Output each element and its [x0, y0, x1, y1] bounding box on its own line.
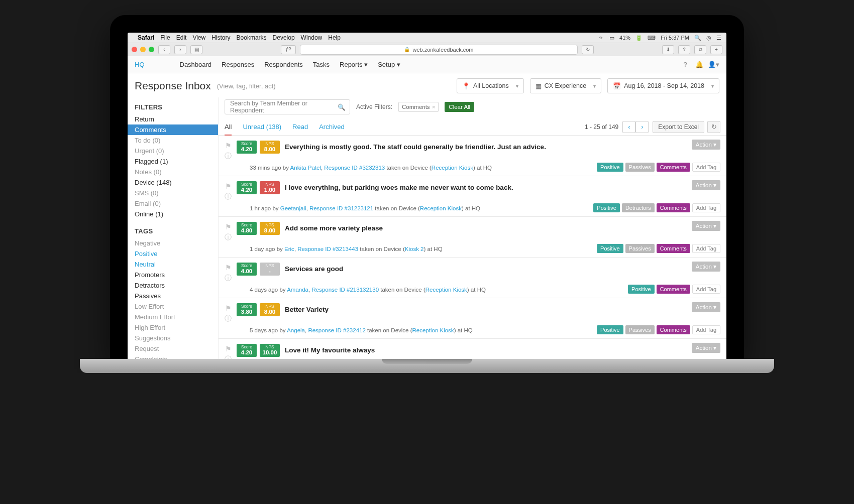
nav-item[interactable]: Setup ▾: [378, 61, 400, 68]
daterange-picker[interactable]: 📅 Aug 16, 2018 - Sep 14, 2018 ▾: [607, 78, 719, 93]
add-tag-button[interactable]: Add Tag: [692, 325, 720, 334]
flag-icon[interactable]: ⚑: [225, 304, 232, 312]
add-tag-button[interactable]: Add Tag: [692, 163, 720, 172]
tag-chip[interactable]: Positive: [593, 203, 620, 212]
info-icon[interactable]: ⓘ: [225, 233, 232, 242]
sidebar-filter-item[interactable]: To do (0): [128, 135, 218, 146]
siri-icon[interactable]: ◎: [706, 35, 711, 41]
device-link[interactable]: Reception Kiosk: [432, 165, 473, 171]
window-controls[interactable]: [132, 47, 154, 52]
action-button[interactable]: Action ▾: [692, 262, 720, 272]
response-id-link[interactable]: Response ID #232412: [308, 327, 365, 333]
response-id-link[interactable]: Response ID #3232313: [324, 165, 385, 171]
sidebar-tag-item[interactable]: Passives: [128, 291, 218, 301]
respondent-link[interactable]: Ankita Patel: [290, 165, 321, 171]
tag-chip[interactable]: Positive: [597, 244, 623, 253]
action-button[interactable]: Action ▾: [692, 343, 720, 353]
sidebar-filter-item[interactable]: Online (1): [128, 209, 218, 219]
tag-chip[interactable]: Comments: [657, 163, 690, 172]
device-link[interactable]: Reception Kiosk: [425, 287, 467, 293]
tag-chip[interactable]: Positive: [597, 163, 623, 172]
tag-chip[interactable]: Detractors: [622, 203, 655, 212]
mac-menu-item[interactable]: File: [160, 34, 170, 41]
sidebar-filter-item[interactable]: Flagged (1): [128, 156, 218, 167]
refresh-button[interactable]: ↻: [707, 121, 720, 133]
reload-button[interactable]: ↻: [582, 45, 594, 54]
nav-item[interactable]: Tasks: [313, 61, 330, 68]
respondent-link[interactable]: Amanda: [287, 287, 308, 293]
tag-chip[interactable]: Passives: [625, 325, 655, 334]
response-id-link[interactable]: Response ID #3213443: [297, 246, 358, 252]
tag-chip[interactable]: Comments: [657, 203, 690, 212]
sidebar-filter-item[interactable]: SMS (0): [128, 188, 218, 198]
search-input[interactable]: Search by Team Member or Respondent 🔍: [225, 99, 350, 114]
sidebar-filter-item[interactable]: Comments: [128, 124, 218, 135]
info-icon[interactable]: ⓘ: [225, 152, 232, 161]
help-icon[interactable]: ?: [679, 61, 691, 68]
sidebar-tag-item[interactable]: Promoters: [128, 270, 218, 280]
info-icon[interactable]: ⓘ: [225, 274, 232, 283]
info-icon[interactable]: ⓘ: [225, 355, 232, 359]
respondent-link[interactable]: Angela: [287, 327, 305, 333]
device-link[interactable]: Reception Kiosk: [420, 205, 462, 211]
reader-button[interactable]: ƒ?: [281, 45, 296, 54]
sidebar-tag-item[interactable]: Complaints: [128, 354, 218, 359]
response-row[interactable]: ⚑ ⓘ Score4.00 NPS- Services are good 4 d…: [219, 258, 726, 298]
sidebar-tag-item[interactable]: Low Effort: [128, 301, 218, 312]
sidebar-toggle-button[interactable]: ▤: [190, 45, 202, 54]
nav-item[interactable]: Responses: [222, 61, 254, 68]
minimize-window-icon[interactable]: [140, 47, 146, 52]
survey-picker[interactable]: ▦ CX Experience ▾: [530, 78, 601, 93]
info-icon[interactable]: ⓘ: [225, 314, 232, 323]
mac-menu-item[interactable]: Help: [328, 34, 341, 41]
add-tag-button[interactable]: Add Tag: [692, 244, 720, 253]
tabs-button[interactable]: ⧉: [694, 45, 706, 54]
fullscreen-window-icon[interactable]: [149, 47, 154, 52]
mac-menu-item[interactable]: View: [192, 34, 205, 41]
brand-logo[interactable]: HQ: [135, 61, 145, 68]
share-button[interactable]: ⇪: [678, 45, 690, 54]
tag-chip[interactable]: Comments: [657, 244, 690, 253]
action-button[interactable]: Action ▾: [692, 221, 720, 231]
tab[interactable]: Archived: [319, 123, 345, 135]
tab[interactable]: Read: [292, 123, 308, 135]
sidebar-tag-item[interactable]: Suggestions: [128, 333, 218, 343]
mac-menu-item[interactable]: Window: [301, 34, 323, 41]
nav-item[interactable]: Respondents: [264, 61, 303, 68]
back-button[interactable]: ‹: [158, 45, 170, 54]
input-icon[interactable]: ⌨: [648, 35, 656, 41]
sidebar-filter-item[interactable]: Urgent (0): [128, 146, 218, 156]
remove-chip-icon[interactable]: ×: [432, 104, 436, 110]
tag-chip[interactable]: Passives: [625, 163, 655, 172]
flag-icon[interactable]: ⚑: [225, 345, 232, 353]
close-window-icon[interactable]: [132, 47, 137, 52]
mac-menu-item[interactable]: History: [211, 34, 230, 41]
respondent-link[interactable]: Eric: [284, 246, 294, 252]
add-tag-button[interactable]: Add Tag: [692, 203, 720, 212]
location-picker[interactable]: 📍 All Locations ▾: [457, 78, 524, 93]
notifications-icon[interactable]: ☰: [716, 35, 721, 41]
response-row[interactable]: ⚑ ⓘ Score4.20 NPS10.00 Love it! My favou…: [219, 339, 726, 359]
export-button[interactable]: Export to Excel: [653, 121, 704, 133]
sidebar-filter-item[interactable]: Return: [128, 114, 218, 124]
nav-item[interactable]: Dashboard: [180, 61, 212, 68]
info-icon[interactable]: ⓘ: [225, 192, 232, 201]
clock[interactable]: Fri 5:37 PM: [661, 35, 689, 41]
prev-page-button[interactable]: ‹: [622, 121, 635, 133]
tag-chip[interactable]: Positive: [628, 285, 655, 294]
flag-icon[interactable]: ⚑: [225, 142, 232, 150]
device-link[interactable]: Reception Kiosk: [412, 327, 454, 333]
sidebar-tag-item[interactable]: Positive: [128, 248, 218, 259]
tab[interactable]: Unread (138): [243, 123, 281, 135]
display-icon[interactable]: ▭: [609, 35, 614, 41]
active-filter-chip[interactable]: Comments×: [398, 102, 439, 112]
sidebar-filter-item[interactable]: Device (148): [128, 177, 218, 188]
mac-menu-item[interactable]: Bookmarks: [237, 34, 267, 41]
flag-icon[interactable]: ⚑: [225, 264, 232, 272]
sidebar-tag-item[interactable]: Neutral: [128, 259, 218, 270]
sidebar-tag-item[interactable]: Medium Effort: [128, 312, 218, 322]
tab[interactable]: All: [225, 123, 232, 136]
mac-menu-item[interactable]: Develop: [273, 34, 295, 41]
response-row[interactable]: ⚑ ⓘ Score4.80 NPS8.00 Add some more vari…: [219, 217, 726, 258]
clear-all-button[interactable]: Clear All: [445, 102, 474, 112]
